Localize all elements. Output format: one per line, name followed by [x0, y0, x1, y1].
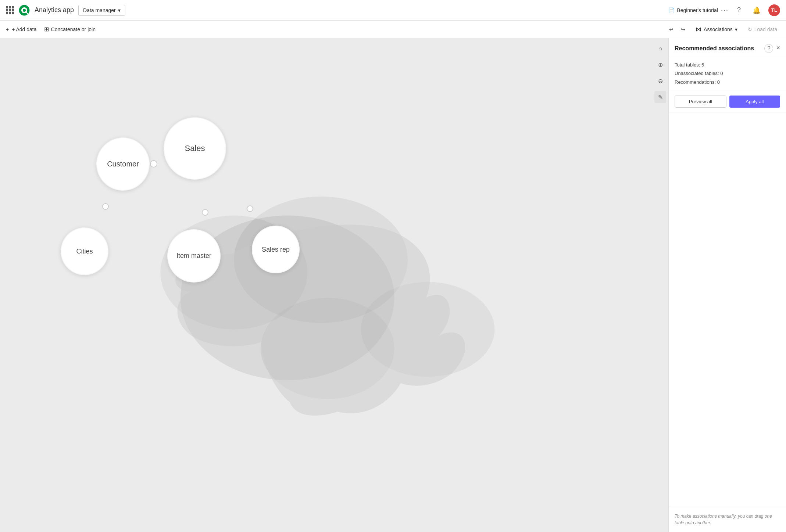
tutorial-button[interactable]: 📄 Beginner's tutorial — [668, 7, 718, 13]
main-layout: Sales Customer Cities Item master Sales … — [0, 38, 786, 532]
topbar-center: 📄 Beginner's tutorial ··· — [668, 6, 729, 14]
concatenate-icon: ⊞ — [44, 26, 49, 33]
subtoolbar-right: ↩ ↪ ⋈ Associations ▾ ↻ Load data — [666, 24, 780, 35]
pencil-button[interactable]: ✎ — [654, 91, 666, 103]
zoom-in-button[interactable]: ⊕ — [654, 59, 666, 71]
node-cities-label: Cities — [76, 248, 93, 255]
node-sales-rep-label: Sales rep — [262, 246, 290, 254]
zoom-out-button[interactable]: ⊖ — [654, 75, 666, 87]
panel-help-icon[interactable]: ? — [764, 44, 773, 53]
total-tables-label: Total tables: — [675, 62, 700, 68]
data-manager-dropdown[interactable]: Data manager ▾ — [78, 5, 125, 16]
associations-button[interactable]: ⋈ Associations ▾ — [693, 24, 740, 34]
qlik-logo — [18, 4, 30, 16]
panel-title: Recommended associations — [675, 45, 754, 52]
load-data-icon: ↻ — [748, 26, 752, 32]
home-button[interactable]: ⌂ — [654, 43, 666, 54]
topbar: Analytics app Data manager ▾ 📄 Beginner'… — [0, 0, 786, 21]
recommendations-value: 0 — [717, 79, 720, 85]
load-data-button[interactable]: ↻ Load data — [745, 25, 780, 34]
subtoolbar-left: + + Add data ⊞ Concatenate or join — [6, 24, 659, 34]
associations-dropdown-icon: ▾ — [735, 26, 737, 32]
help-icon[interactable]: ? — [733, 4, 745, 16]
side-toolbar: ⌂ ⊕ ⊖ ✎ — [652, 38, 668, 532]
panel-actions: Preview all Apply all — [669, 91, 786, 112]
total-tables-value: 5 — [701, 62, 704, 68]
connector-2 — [102, 203, 109, 210]
tutorial-label: Beginner's tutorial — [677, 7, 718, 13]
data-manager-label: Data manager — [83, 7, 116, 13]
unassociated-value: 0 — [720, 71, 723, 76]
redo-button[interactable]: ↪ — [678, 24, 688, 35]
app-title: Analytics app — [35, 6, 74, 14]
canvas[interactable]: Sales Customer Cities Item master Sales … — [0, 38, 668, 532]
recommendations-label: Recommendations: — [675, 79, 716, 85]
panel-stats: Total tables: 5 Unassociated tables: 0 R… — [669, 56, 786, 91]
undo-button[interactable]: ↩ — [666, 24, 676, 35]
add-data-label: + Add data — [12, 26, 36, 32]
node-sales-rep[interactable]: Sales rep — [252, 226, 300, 273]
more-options-icon[interactable]: ··· — [721, 6, 729, 14]
subtoolbar: + + Add data ⊞ Concatenate or join ↩ ↪ ⋈… — [0, 21, 786, 38]
node-customer[interactable]: Customer — [96, 137, 150, 191]
topbar-right: ? 🔔 TL — [733, 4, 780, 16]
node-item-master-label: Item master — [176, 252, 211, 260]
svg-point-2 — [23, 9, 26, 12]
connector-3 — [202, 209, 208, 216]
node-customer-label: Customer — [107, 160, 139, 168]
unassociated-stat: Unassociated tables: 0 — [675, 69, 780, 78]
panel-footer: To make associations manually, you can d… — [669, 507, 786, 532]
node-item-master[interactable]: Item master — [167, 229, 221, 283]
apply-all-button[interactable]: Apply all — [729, 96, 780, 108]
notifications-icon[interactable]: 🔔 — [751, 4, 762, 16]
unassociated-label: Unassociated tables: — [675, 71, 719, 76]
add-icon: + — [6, 26, 9, 32]
node-sales[interactable]: Sales — [164, 117, 226, 180]
concatenate-label: Concatenate or join — [51, 26, 96, 32]
connector-1 — [150, 160, 157, 168]
load-data-label: Load data — [754, 26, 777, 32]
preview-all-button[interactable]: Preview all — [675, 96, 726, 108]
panel-close-icon[interactable]: × — [776, 44, 780, 53]
topbar-left: Analytics app Data manager ▾ — [6, 4, 664, 16]
apps-grid-icon[interactable] — [6, 6, 14, 14]
associations-icon: ⋈ — [696, 26, 701, 33]
undo-redo-group: ↩ ↪ — [666, 24, 688, 35]
add-data-button[interactable]: + + Add data — [6, 25, 37, 34]
panel-header: Recommended associations ? × — [669, 38, 786, 56]
node-sales-label: Sales — [185, 144, 205, 153]
avatar[interactable]: TL — [768, 4, 780, 16]
dropdown-chevron-icon: ▾ — [118, 7, 121, 13]
node-cities[interactable]: Cities — [61, 227, 108, 275]
total-tables-stat: Total tables: 5 — [675, 61, 780, 69]
recommendations-stat: Recommendations: 0 — [675, 78, 780, 86]
concatenate-join-button[interactable]: ⊞ Concatenate or join — [44, 24, 96, 34]
associations-label: Associations — [704, 26, 733, 32]
panel-footer-text: To make associations manually, you can d… — [675, 514, 772, 525]
connector-4 — [247, 205, 253, 212]
panel-header-icons: ? × — [764, 44, 780, 53]
right-panel: Recommended associations ? × Total table… — [668, 38, 786, 532]
svg-point-8 — [361, 282, 495, 377]
